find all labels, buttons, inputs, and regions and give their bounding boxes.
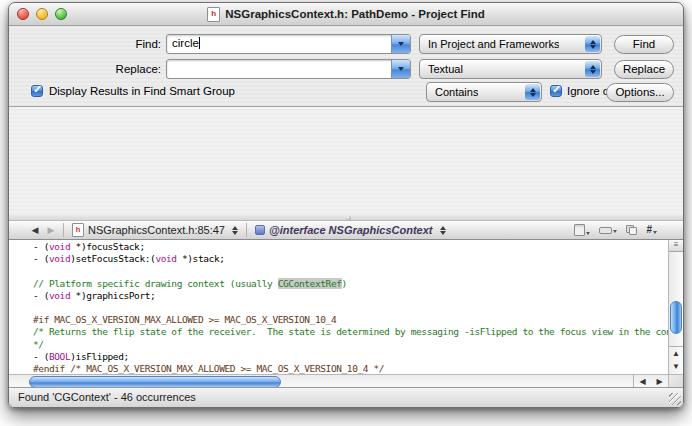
counterpart-icon bbox=[626, 225, 637, 235]
find-history-dropdown[interactable] bbox=[391, 35, 410, 53]
find-input[interactable]: circle bbox=[166, 34, 411, 54]
symbol-popup-label: @interface NSGraphicsContext bbox=[269, 224, 433, 236]
split-editor-button[interactable]: ≡ bbox=[669, 240, 683, 252]
find-label: Find: bbox=[69, 34, 161, 54]
nav-forward-button[interactable]: ▶ bbox=[43, 225, 59, 235]
line-number-menu-button[interactable]: # bbox=[646, 225, 657, 235]
match-popup[interactable]: Contains bbox=[426, 82, 542, 102]
project-find-window: h NSGraphicsContext.h: PathDemo - Projec… bbox=[8, 2, 684, 408]
replace-button[interactable]: Replace bbox=[614, 60, 674, 79]
hash-icon: # bbox=[646, 225, 652, 235]
replace-input[interactable] bbox=[166, 59, 411, 79]
screenshot-stage: h NSGraphicsContext.h: PathDemo - Projec… bbox=[0, 0, 692, 426]
status-bar: Found 'CGContext' - 46 occurrences bbox=[9, 387, 683, 407]
scroll-up-button[interactable]: ▲ bbox=[669, 347, 683, 360]
chevron-down-icon bbox=[398, 67, 404, 71]
ignore-case-checkbox[interactable] bbox=[550, 85, 562, 97]
breakpoint-icon bbox=[599, 227, 612, 234]
breakpoints-menu-button[interactable] bbox=[599, 227, 617, 234]
editor-nav-bar: ◀ ▶ h NSGraphicsContext.h:85:47 @interfa… bbox=[9, 220, 683, 240]
stepper-icon bbox=[232, 226, 238, 235]
status-message: Found 'CGContext' - 46 occurrences bbox=[18, 391, 196, 403]
file-history-popup[interactable]: h NSGraphicsContext.h:85:47 bbox=[68, 221, 242, 239]
find-button[interactable]: Find bbox=[614, 35, 674, 54]
vertical-scrollbar[interactable]: ≡ ▲ ▼ bbox=[668, 240, 683, 374]
popup-stepper-icon bbox=[525, 84, 540, 100]
header-file-icon: h bbox=[207, 7, 220, 22]
chevron-down-icon bbox=[613, 230, 617, 233]
find-input-value: circle bbox=[172, 37, 199, 49]
search-type-popup[interactable]: Textual bbox=[419, 59, 602, 79]
scope-popup[interactable]: In Project and Frameworks bbox=[419, 34, 602, 54]
divider bbox=[63, 223, 64, 237]
chevron-down-icon bbox=[398, 42, 404, 46]
match-popup-value: Contains bbox=[435, 86, 478, 98]
scroll-down-button[interactable]: ▼ bbox=[669, 360, 683, 373]
chevron-down-icon bbox=[653, 231, 657, 234]
title-bar[interactable]: h NSGraphicsContext.h: PathDemo - Projec… bbox=[9, 3, 683, 26]
display-results-checkbox[interactable] bbox=[31, 85, 43, 97]
replace-label: Replace: bbox=[69, 59, 161, 79]
scope-popup-value: In Project and Frameworks bbox=[428, 38, 559, 50]
bookmarks-menu-button[interactable] bbox=[574, 224, 590, 236]
bookmark-icon bbox=[574, 224, 585, 236]
symbol-popup[interactable]: @interface NSGraphicsContext bbox=[251, 221, 450, 239]
search-results-list[interactable] bbox=[9, 106, 683, 216]
header-file-icon: h bbox=[72, 223, 84, 237]
resize-grip-icon[interactable] bbox=[669, 393, 681, 405]
file-popup-label: NSGraphicsContext.h:85:47 bbox=[88, 224, 225, 236]
chevron-down-icon bbox=[586, 232, 590, 235]
symbol-icon bbox=[255, 225, 265, 235]
text-caret bbox=[199, 37, 200, 49]
counterpart-button[interactable] bbox=[626, 225, 637, 235]
vertical-scroll-arrows: ▲ ▼ bbox=[669, 346, 683, 374]
nav-back-button[interactable]: ◀ bbox=[27, 225, 43, 235]
vertical-scroll-thumb[interactable] bbox=[670, 301, 682, 334]
divider bbox=[246, 223, 247, 237]
search-type-popup-value: Textual bbox=[428, 63, 463, 75]
stepper-icon bbox=[440, 226, 446, 235]
popup-stepper-icon bbox=[585, 36, 600, 52]
code-editor: - (void *)focusStack;- (void)setFocusSta… bbox=[9, 240, 683, 389]
replace-history-dropdown[interactable] bbox=[391, 60, 410, 78]
window-title: NSGraphicsContext.h: PathDemo - Project … bbox=[225, 8, 484, 20]
display-results-label[interactable]: Display Results in Find Smart Group bbox=[49, 84, 235, 98]
popup-stepper-icon bbox=[585, 61, 600, 77]
code-lines[interactable]: - (void *)focusStack;- (void)setFocusSta… bbox=[9, 240, 668, 374]
options-button[interactable]: Options... bbox=[606, 83, 674, 102]
